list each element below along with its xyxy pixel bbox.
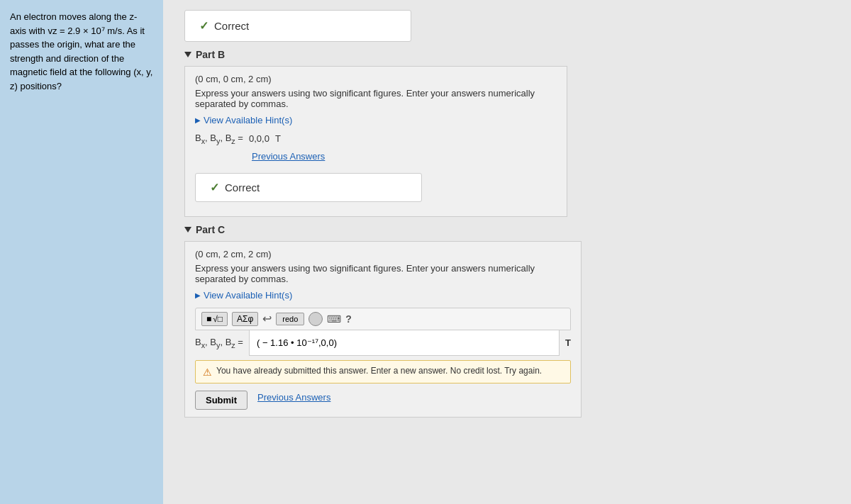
part-c-previous-answers-link[interactable]: Previous Answers (257, 392, 330, 403)
redo-button[interactable]: redo (276, 313, 304, 325)
part-c-input-box[interactable] (249, 330, 560, 356)
part-c-coords: (0 cm, 2 cm, 2 cm) (195, 249, 571, 259)
math-template-button[interactable]: ■ √□ (201, 312, 228, 326)
part-b-previous-answers-link[interactable]: Previous Answers (252, 151, 325, 162)
undo-button[interactable]: ↩ (262, 312, 272, 325)
part-c-toolbar: ■ √□ AΣφ ↩ redo ⌨ ? (195, 308, 571, 330)
part-c-instruction: Express your answers using two significa… (195, 263, 571, 284)
part-c-input[interactable] (257, 337, 552, 348)
part-c-input-row: Bx, By, Bz = T (195, 330, 571, 356)
part-c-warning-box: ⚠ You have already submitted this answer… (195, 360, 571, 383)
greek-symbol-button[interactable]: AΣφ (232, 312, 258, 326)
part-c-view-hints[interactable]: View Available Hint(s) (195, 290, 571, 301)
part-b-collapse-icon[interactable] (184, 52, 191, 57)
part-c-answer-label: Bx, By, Bz = (195, 337, 243, 349)
part-c-warning-text: You have already submitted this answer. … (216, 366, 542, 376)
part-b-correct-label: Correct (225, 181, 260, 194)
part-c-header: Part C (184, 224, 830, 235)
part-b-answer-label: Bx, By, Bz = (195, 133, 243, 145)
part-b-previous-row: Previous Answers (195, 151, 557, 167)
math-template-label: √□ (213, 314, 223, 324)
part-b-content: (0 cm, 0 cm, 2 cm) Express your answers … (184, 66, 567, 217)
part-c-unit: T (565, 337, 571, 348)
part-c-submit-row: Submit Previous Answers (195, 391, 571, 410)
redo-label: redo (282, 315, 298, 323)
part-b-answer-unit: T (275, 133, 281, 144)
left-panel: An electron moves along the z-axis with … (0, 0, 163, 504)
undo-icon: ↩ (262, 313, 272, 325)
part-b-answer-row: Bx, By, Bz = 0,0,0 T (195, 133, 557, 145)
part-b-label: Part B (196, 49, 225, 60)
part-a-correct-box: ✓ Correct (184, 10, 411, 42)
part-c-label: Part C (196, 224, 225, 235)
part-a-check-icon: ✓ (199, 19, 208, 33)
submit-button[interactable]: Submit (195, 391, 247, 410)
help-button[interactable]: ? (345, 313, 352, 325)
part-b-view-hints[interactable]: View Available Hint(s) (195, 115, 557, 125)
part-b-correct-box: ✓ Correct (195, 173, 422, 202)
warning-icon: ⚠ (203, 366, 212, 378)
part-b-section: Part B (0 cm, 0 cm, 2 cm) Express your a… (184, 49, 830, 217)
circle-button[interactable] (308, 312, 323, 326)
keyboard-icon[interactable]: ⌨ (327, 313, 341, 325)
part-a-correct-label: Correct (214, 20, 249, 32)
part-c-collapse-icon[interactable] (184, 227, 191, 233)
part-b-check-icon: ✓ (210, 181, 219, 194)
part-b-instruction: Express your answers using two significa… (195, 88, 557, 109)
right-panel: ✓ Correct Part B (0 cm, 0 cm, 2 cm) Expr… (163, 0, 851, 504)
part-b-answer-value: 0,0,0 (249, 133, 269, 144)
greek-symbol-label: AΣφ (237, 314, 253, 324)
problem-text: An electron moves along the z-axis with … (10, 10, 153, 93)
part-b-header: Part B (184, 49, 830, 60)
part-c-section: Part C (0 cm, 2 cm, 2 cm) Express your a… (184, 224, 830, 418)
part-b-coords: (0 cm, 0 cm, 2 cm) (195, 74, 557, 84)
math-template-icon: ■ (206, 314, 211, 324)
part-c-content: (0 cm, 2 cm, 2 cm) Express your answers … (184, 241, 582, 418)
